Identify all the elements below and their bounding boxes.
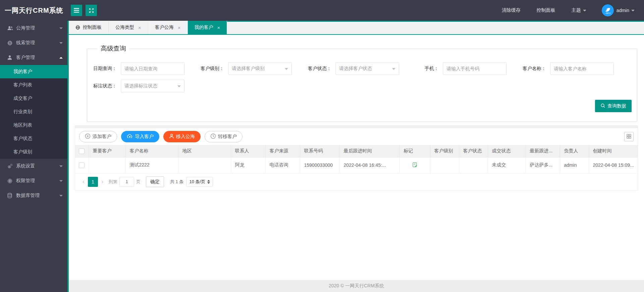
phone-input[interactable]: [443, 62, 506, 75]
sidebar-item-deal-customers[interactable]: 成交客户: [0, 92, 67, 105]
advanced-query-panel: 高级查询 日期查询： 客户级别： 请选择客户级别 客户状态：: [87, 44, 637, 122]
close-icon[interactable]: ×: [138, 25, 141, 30]
customer-status-select[interactable]: 请选择客户状态: [335, 62, 399, 75]
table-row: 测试2222 阿龙 电话咨询 15900033000 2022-04-08 16…: [75, 157, 638, 173]
cell-mark: [399, 157, 430, 173]
sidebar-item-system-settings[interactable]: 系统设置: [0, 159, 67, 173]
user-menu[interactable]: admin: [616, 8, 635, 13]
tab-my-customers[interactable]: 我的客户 ×: [188, 21, 227, 34]
clear-cache-link[interactable]: 清除缓存: [502, 7, 521, 13]
query-data-label: 查询数据: [607, 103, 626, 109]
customers-submenu: 我的客户 客户列表 成交客户 行业类别 地区列表 客户状态 客户级别: [0, 65, 67, 159]
collapse-menu-button[interactable]: [71, 5, 82, 16]
sidebar-item-database[interactable]: 数据库管理: [0, 188, 67, 203]
col-customer-name: 客户名称: [125, 145, 178, 157]
field-label: 标注状态：: [91, 83, 121, 89]
cell-contact: 阿龙: [231, 157, 265, 173]
col-important: 重要客户: [89, 145, 125, 157]
prev-page-icon[interactable]: ‹: [79, 178, 88, 185]
confirm-button[interactable]: 确定: [146, 176, 164, 187]
customer-name-input[interactable]: [550, 62, 614, 75]
tab-public-sea-type[interactable]: 公海类型 ×: [109, 21, 148, 34]
total-count-label: 共 1 条: [170, 179, 183, 185]
sidebar-item-customer-list[interactable]: 客户列表: [0, 78, 67, 92]
pagination: ‹ 1 › 到第 页 确定 共 1 条 10 条/页: [75, 173, 638, 190]
chevron-down-icon: [285, 68, 288, 70]
customer-table: 重要客户 客户名称 地区 联系人 客户来源 联系号码 最后跟进时间 标记 客户级…: [75, 145, 638, 173]
cell-source: 电话咨询: [265, 157, 300, 173]
sidebar-item-customer-status[interactable]: 客户状态: [0, 132, 67, 145]
field-label: 客户级别：: [199, 66, 228, 72]
sidebar-item-permissions[interactable]: 权限管理: [0, 173, 67, 188]
select-all-checkbox[interactable]: [79, 148, 85, 154]
query-row-1: 日期查询： 客户级别： 请选择客户级别 客户状态： 请选择客户状态: [91, 62, 633, 75]
fullscreen-button[interactable]: [86, 5, 97, 16]
page-footer: 2020 © 一网天行CRM系统: [69, 280, 644, 292]
sidebar-accent-divider: [67, 21, 69, 292]
theme-menu[interactable]: 主题: [572, 7, 586, 13]
import-customer-button[interactable]: 导入客户: [121, 131, 159, 142]
sidebar-item-public-sea[interactable]: 公海管理: [0, 21, 67, 35]
tab-bar: 控制面板 公海类型 × 客户公海 × 我的客户 ×: [69, 21, 644, 35]
query-field-status: 客户状态： 请选择客户状态: [306, 62, 399, 75]
add-customer-button[interactable]: 添加客户: [79, 131, 117, 142]
query-submit-row: 查询数据: [91, 92, 633, 113]
move-to-public-sea-button[interactable]: 移入公海: [163, 131, 201, 142]
col-owner: 负责人: [560, 145, 589, 157]
control-panel-link[interactable]: 控制面板: [537, 7, 555, 13]
sidebar-item-customers[interactable]: 客户管理: [0, 50, 67, 65]
cell-create-time: 2022-04-08 15:09...: [589, 157, 638, 173]
col-region: 地区: [178, 145, 231, 157]
globe-icon: [75, 25, 80, 30]
mark-status-select[interactable]: 请选择标注状态: [121, 80, 184, 92]
sidebar-item-customer-level[interactable]: 客户级别: [0, 145, 67, 159]
page-size-select[interactable]: 10 条/页: [186, 177, 213, 187]
up-down-icon: [207, 180, 210, 184]
theme-label: 主题: [572, 7, 581, 13]
page-number-button[interactable]: 1: [88, 177, 98, 187]
close-icon[interactable]: ×: [217, 25, 220, 30]
tab-control-panel[interactable]: 控制面板: [69, 21, 109, 34]
sidebar-item-region-list[interactable]: 地区列表: [0, 119, 67, 132]
customer-level-select[interactable]: 请选择客户级别: [228, 62, 292, 75]
sidebar-item-industry-category[interactable]: 行业类别: [0, 105, 67, 119]
col-source: 客户来源: [265, 145, 300, 157]
field-label: 客户状态：: [306, 66, 335, 72]
transfer-customer-button[interactable]: 转移客户: [205, 131, 243, 142]
sidebar-item-label: 系统设置: [16, 163, 35, 169]
close-icon[interactable]: ×: [178, 25, 181, 30]
date-query-input[interactable]: [121, 62, 184, 75]
cell-deal-status: 未成交: [488, 157, 526, 173]
hamburger-icon: [74, 8, 79, 13]
cell-important: [89, 157, 125, 173]
table-toolbar: 添加客户 导入客户 移入公海: [75, 128, 638, 145]
cell-last-follow-time: 2022-04-08 16:45:...: [339, 157, 399, 173]
goto-page-input[interactable]: [119, 177, 134, 187]
col-status: 客户状态: [459, 145, 488, 157]
page-content: 高级查询 日期查询： 客户级别： 请选择客户级别 客户状态：: [69, 35, 644, 280]
gear-icon: [7, 163, 13, 169]
col-mark: 标记: [399, 145, 430, 157]
chevron-down-icon: [59, 42, 63, 44]
card-top-band: [75, 126, 638, 128]
sidebar-item-my-customers[interactable]: 我的客户: [0, 65, 67, 78]
main-area: 控制面板 公海类型 × 客户公海 × 我的客户 × 高级查询: [69, 21, 644, 292]
table-header-row: 重要客户 客户名称 地区 联系人 客户来源 联系号码 最后跟进时间 标记 客户级…: [75, 145, 638, 157]
next-page-icon[interactable]: ›: [98, 178, 107, 185]
tab-customer-public-sea[interactable]: 客户公海 ×: [148, 21, 188, 34]
select-all-cell: [75, 145, 89, 157]
person-icon: [169, 134, 176, 140]
query-data-button[interactable]: 查询数据: [595, 100, 632, 112]
sidebar-item-leads[interactable]: 线索管理: [0, 35, 67, 50]
field-label: 日期查询：: [91, 66, 121, 72]
mark-edit-icon[interactable]: [412, 163, 418, 169]
cell-customer-name: 测试2222: [125, 157, 178, 173]
row-checkbox[interactable]: [79, 162, 85, 168]
avatar[interactable]: 一网天行: [602, 4, 614, 16]
sidebar-item-label: 线索管理: [16, 40, 35, 46]
fullscreen-icon: [89, 8, 94, 13]
goto-label: 到第: [109, 179, 117, 185]
cell-status: [459, 157, 488, 173]
column-filter-button[interactable]: [624, 132, 634, 141]
page-size-value: 10 条/页: [189, 179, 205, 185]
